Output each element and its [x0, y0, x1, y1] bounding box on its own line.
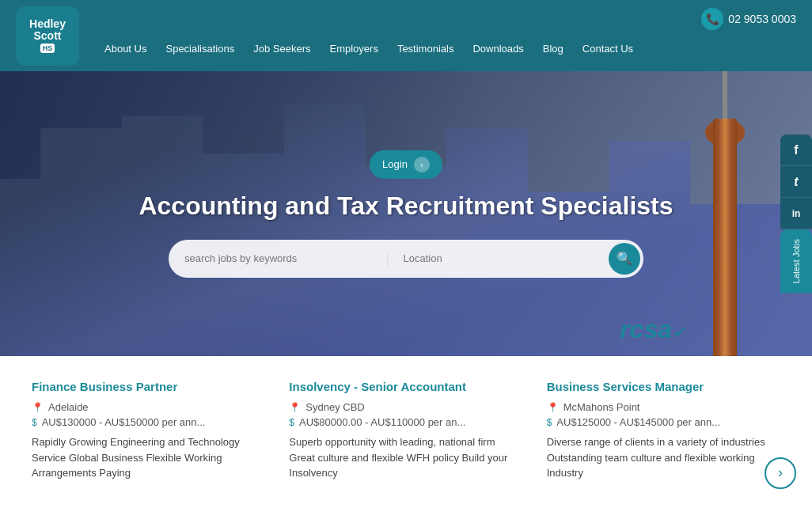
- job-location-text-1: Adelaide: [48, 401, 89, 413]
- logo[interactable]: Hedley Scott HS: [16, 6, 79, 66]
- logo-line2: Scott: [34, 30, 62, 42]
- jobs-wrapper: Finance Business Partner 📍 Adelaide $ AU…: [0, 356, 812, 505]
- location-icon-2: 📍: [289, 402, 301, 413]
- main-nav: About Us Specialisations Job Seekers Emp…: [95, 43, 643, 55]
- nav-downloads[interactable]: Downloads: [463, 43, 533, 55]
- phone-icon: 📞: [701, 8, 723, 30]
- job-salary-3: $ AU$125000 - AU$145000 per ann...: [547, 416, 780, 428]
- job-salary-text-3: AU$125000 - AU$145000 per ann...: [556, 416, 720, 428]
- login-arrow-icon: ›: [414, 157, 430, 172]
- rcsa-logo: rcsa✓: [620, 315, 685, 344]
- latest-jobs-button[interactable]: Latest Jobs: [780, 229, 812, 293]
- search-bar: 🔍: [169, 240, 643, 278]
- location-input[interactable]: [388, 243, 606, 274]
- nav-employers[interactable]: Employers: [320, 43, 387, 55]
- job-salary-text-2: AU$80000.00 - AU$110000 per an...: [299, 416, 465, 428]
- job-desc-1: Rapidly Growing Engineering and Technolo…: [32, 434, 265, 481]
- nav-specialisations[interactable]: Specialisations: [156, 43, 244, 55]
- social-sidebar: f t in Latest Jobs: [780, 135, 812, 293]
- rcsa-checkmark: ✓: [672, 324, 685, 341]
- search-button[interactable]: 🔍: [609, 243, 640, 275]
- job-location-3: 📍 McMahons Point: [547, 401, 780, 413]
- hero-section: Login › Accounting and Tax Recruitment S…: [0, 71, 812, 356]
- logo-line1: Hedley: [29, 18, 66, 30]
- salary-icon-3: $: [547, 417, 552, 428]
- job-card-3: Business Services Manager 📍 McMahons Poi…: [547, 380, 780, 481]
- rcsa-text: rcsa: [620, 315, 672, 343]
- header: Hedley Scott HS About Us Specialisations…: [0, 0, 812, 71]
- login-button[interactable]: Login ›: [370, 150, 442, 179]
- job-card-2: Insolvency - Senior Accountant 📍 Sydney …: [289, 380, 522, 481]
- job-salary-2: $ AU$80000.00 - AU$110000 per an...: [289, 416, 522, 428]
- job-salary-1: $ AU$130000 - AU$150000 per ann...: [32, 416, 265, 428]
- salary-icon-1: $: [32, 417, 37, 428]
- nav-job-seekers[interactable]: Job Seekers: [244, 43, 320, 55]
- job-title-1[interactable]: Finance Business Partner: [32, 380, 265, 393]
- location-icon-3: 📍: [547, 402, 559, 413]
- phone-number: 02 9053 0003: [728, 13, 796, 25]
- top-contact: 📞 02 9053 0003: [701, 8, 796, 30]
- job-location-text-2: Sydney CBD: [305, 401, 364, 413]
- login-label: Login: [382, 158, 408, 170]
- nav-contact[interactable]: Contact Us: [573, 43, 643, 55]
- job-title-2[interactable]: Insolvency - Senior Accountant: [289, 380, 522, 393]
- jobs-section: Finance Business Partner 📍 Adelaide $ AU…: [0, 356, 812, 505]
- logo-badge: HS: [40, 44, 55, 53]
- hero-title: Accounting and Tax Recruitment Specialis…: [0, 191, 812, 221]
- next-button[interactable]: ›: [765, 457, 796, 489]
- salary-icon-2: $: [289, 417, 294, 428]
- job-desc-3: Diverse range of clients in a variety of…: [547, 434, 780, 481]
- linkedin-button[interactable]: in: [780, 198, 812, 229]
- job-desc-2: Superb opportunity with leading, nationa…: [289, 434, 522, 481]
- nav-testimonials[interactable]: Testimonials: [388, 43, 464, 55]
- job-location-text-3: McMahons Point: [563, 401, 640, 413]
- nav-about[interactable]: About Us: [95, 43, 156, 55]
- facebook-button[interactable]: f: [780, 135, 812, 166]
- job-card-1: Finance Business Partner 📍 Adelaide $ AU…: [32, 380, 265, 481]
- job-location-2: 📍 Sydney CBD: [289, 401, 522, 413]
- job-title-3[interactable]: Business Services Manager: [547, 380, 780, 393]
- nav-blog[interactable]: Blog: [533, 43, 573, 55]
- search-input[interactable]: [169, 243, 387, 274]
- job-salary-text-1: AU$130000 - AU$150000 per ann...: [42, 416, 206, 428]
- hero-content: Login › Accounting and Tax Recruitment S…: [0, 150, 812, 278]
- job-location-1: 📍 Adelaide: [32, 401, 265, 413]
- twitter-button[interactable]: t: [780, 166, 812, 198]
- location-icon-1: 📍: [32, 402, 44, 413]
